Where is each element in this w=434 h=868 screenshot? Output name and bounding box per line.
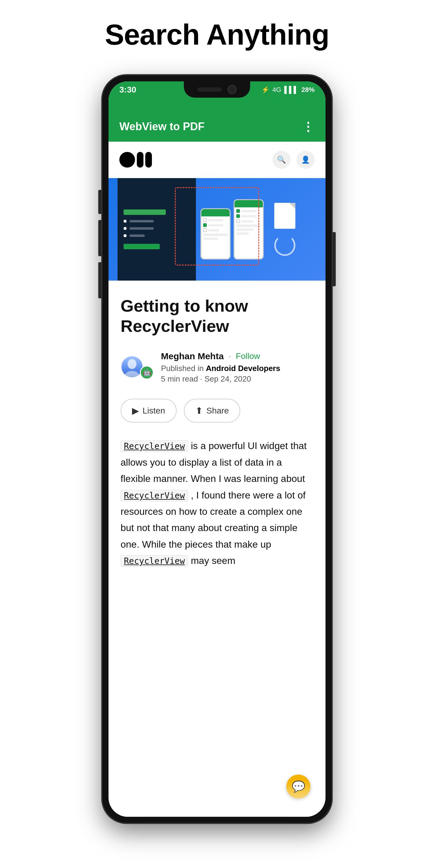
dot-separator: · [228, 351, 231, 361]
code-recyclerview-2: RecyclerView [121, 490, 188, 501]
article-actions: ▶ Listen ⬆ Share [121, 399, 313, 423]
hero-phone-1 [200, 208, 230, 259]
bluetooth-icon: ⚡ [261, 86, 270, 94]
author-section: 🤖 Meghan Mehta · Follow Published in [121, 351, 313, 384]
checkbox-checked [236, 214, 240, 218]
hero-dot [124, 234, 127, 237]
checkbox-row [203, 218, 228, 222]
author-name-row: Meghan Mehta · Follow [161, 351, 313, 361]
phone-line [236, 232, 249, 235]
author-name: Meghan Mehta [161, 351, 224, 361]
volume-down-button [98, 220, 102, 256]
logo-circle [119, 152, 135, 167]
check-line [241, 220, 253, 222]
check-line [208, 229, 219, 231]
read-time: 5 min read [161, 374, 198, 383]
hero-dot-row-1 [124, 220, 190, 223]
svg-point-0 [127, 359, 136, 369]
share-icon: ⬆ [195, 405, 203, 416]
checkbox [203, 218, 207, 222]
article-title: Getting to know RecyclerView [121, 296, 313, 336]
phone-line [203, 238, 218, 240]
bottom-gradient [108, 781, 326, 817]
notch-area: 3:30 ⚡ 4G ▌▌▌ 28% [108, 82, 326, 112]
check-line [241, 210, 256, 212]
phone-mockup: 3:30 ⚡ 4G ▌▌▌ 28% WebView to PDF ⋮ [102, 75, 332, 823]
share-label: Share [207, 406, 229, 415]
phone-line [203, 234, 228, 236]
hero-dot-row-3 [124, 234, 190, 237]
silent-button [98, 262, 102, 299]
logo-bars [137, 152, 152, 167]
medium-header: 🔍 👤 [108, 142, 326, 178]
account-icon: 👤 [301, 156, 310, 164]
status-icons: ⚡ 4G ▌▌▌ 28% [261, 86, 315, 94]
checkbox-checked [236, 209, 240, 213]
checkbox-row [203, 223, 228, 227]
medium-logo [119, 152, 152, 167]
hero-dot-line [130, 235, 145, 237]
checkbox [236, 219, 240, 223]
phone-screen: 3:30 ⚡ 4G ▌▌▌ 28% WebView to PDF ⋮ [108, 82, 326, 817]
hero-dots-list [124, 220, 190, 249]
more-options-icon[interactable]: ⋮ [302, 121, 315, 133]
hero-right-elements [268, 197, 301, 262]
listen-button[interactable]: ▶ Listen [121, 399, 177, 423]
publish-date: Sep 24, 2020 [205, 374, 251, 383]
status-bar: 3:30 ⚡ 4G ▌▌▌ 28% [108, 82, 326, 98]
publication-avatar: 🤖 [140, 366, 154, 379]
article-text-3: may seem [191, 555, 236, 566]
checkbox-checked [203, 223, 207, 227]
article-hero-image [108, 178, 326, 281]
app-title: WebView to PDF [119, 120, 205, 133]
check-line [208, 224, 223, 226]
signal-icon: ▌▌▌ [284, 86, 299, 94]
phone-header [235, 200, 263, 207]
profile-button[interactable]: 👤 [297, 151, 315, 169]
checkbox-row [236, 214, 261, 218]
hero-dark-panel [118, 178, 196, 281]
article-meta: 5 min read · Sep 24, 2020 [161, 374, 313, 384]
hero-phones [196, 193, 268, 266]
search-button[interactable]: 🔍 [273, 151, 290, 169]
hero-phone-2 [234, 199, 264, 259]
hero-dot-row-2 [124, 227, 190, 230]
hero-dot-line [130, 227, 154, 230]
phone-line [236, 224, 261, 227]
battery-indicator: 28% [301, 86, 315, 94]
app-toolbar: WebView to PDF ⋮ [108, 112, 326, 142]
android-icon: 🤖 [143, 369, 151, 376]
check-line [241, 215, 256, 217]
network-icon: 4G [273, 86, 281, 94]
phone-content [201, 216, 230, 242]
publication-name: Android Developers [206, 364, 280, 373]
checkbox-row [236, 209, 261, 213]
checkbox-row [236, 219, 261, 223]
phone-shell: 3:30 ⚡ 4G ▌▌▌ 28% WebView to PDF ⋮ [102, 75, 332, 823]
logo-bar-1 [137, 152, 144, 167]
hero-dot-line [130, 220, 154, 222]
author-info: Meghan Mehta · Follow Published in Andro… [161, 351, 313, 384]
document-icon [274, 203, 296, 229]
share-button[interactable]: ⬆ Share [184, 399, 241, 423]
phone-header [201, 209, 230, 216]
article-body: Getting to know RecyclerView [108, 281, 326, 584]
author-meta: Published in Android Developers [161, 364, 313, 373]
check-line [208, 219, 223, 221]
hero-green-bar [124, 210, 166, 215]
status-time: 3:30 [119, 85, 136, 95]
follow-button[interactable]: Follow [236, 351, 260, 361]
power-button [332, 232, 336, 286]
doc-corner [289, 203, 296, 209]
person-silhouette [121, 355, 143, 378]
article-text-body: RecyclerView is a powerful UI widget tha… [121, 438, 313, 569]
hero-bottom-bar [124, 244, 160, 249]
listen-label: Listen [143, 406, 165, 415]
published-in-label: Published in [161, 364, 204, 373]
svg-point-1 [124, 371, 140, 378]
hero-dot [124, 220, 127, 223]
volume-up-button [98, 190, 102, 214]
hero-dot [124, 227, 127, 230]
phone-content [235, 207, 263, 237]
author-avatar-stack: 🤖 [121, 355, 154, 379]
